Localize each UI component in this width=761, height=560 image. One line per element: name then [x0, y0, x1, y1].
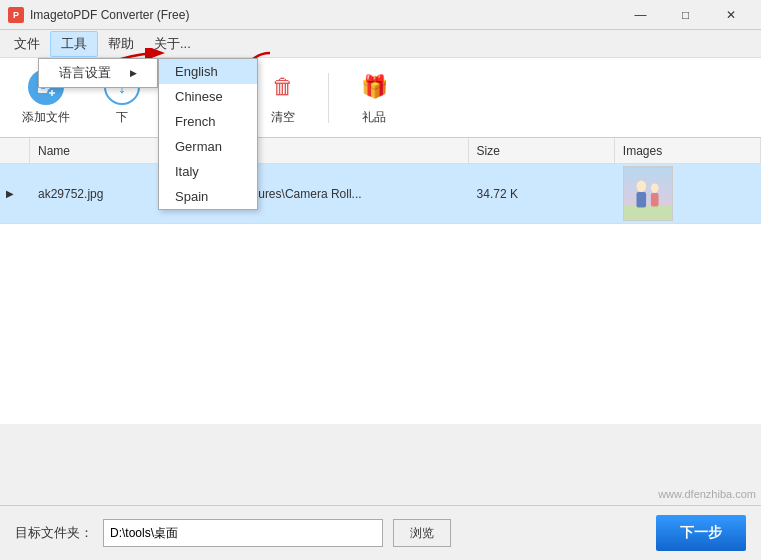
- table-row[interactable]: ▶ ak29752.jpg \Users\pc\Pictures\Camera …: [0, 164, 761, 224]
- svg-point-9: [636, 181, 646, 193]
- window-controls: — □ ✕: [618, 0, 753, 30]
- col-size: Size: [469, 138, 615, 163]
- file-list-header: Name Path Size Images: [0, 138, 761, 164]
- minimize-button[interactable]: —: [618, 0, 663, 30]
- clear-button[interactable]: 🗑 清空: [253, 63, 313, 132]
- app-icon: P: [8, 7, 24, 23]
- col-check: [0, 138, 30, 163]
- tools-submenu: 语言设置: [38, 58, 158, 88]
- menu-tools[interactable]: 工具: [50, 31, 98, 57]
- clear-label: 清空: [271, 109, 295, 126]
- file-thumb-cell: [615, 166, 761, 221]
- svg-rect-10: [636, 192, 646, 207]
- dest-label: 目标文件夹：: [15, 524, 93, 542]
- watermark: www.dfenzhiba.com: [658, 488, 756, 500]
- language-submenu: English Chinese French German Italy Spai…: [158, 58, 258, 210]
- title-bar: P ImagetoPDF Converter (Free) — □ ✕: [0, 0, 761, 30]
- svg-rect-12: [651, 193, 659, 206]
- dest-input[interactable]: [103, 519, 383, 547]
- empty-area: [0, 224, 761, 424]
- close-button[interactable]: ✕: [708, 0, 753, 30]
- lang-italy[interactable]: Italy: [159, 159, 257, 184]
- file-thumbnail: [623, 166, 673, 221]
- col-images: Images: [615, 138, 761, 163]
- menu-bar: 文件 工具 帮助 关于... 语言设置 English Chinese Fren…: [0, 30, 761, 58]
- clear-icon: 🗑: [265, 69, 301, 105]
- language-submenu-box: English Chinese French German Italy Spai…: [158, 58, 258, 210]
- lang-chinese[interactable]: Chinese: [159, 84, 257, 109]
- tools-submenu-box: 语言设置: [38, 58, 158, 88]
- file-name: ak29752.jpg: [30, 187, 176, 201]
- next-button[interactable]: 下一步: [656, 515, 746, 551]
- maximize-button[interactable]: □: [663, 0, 708, 30]
- file-size: 34.72 K: [469, 187, 615, 201]
- lang-spain[interactable]: Spain: [159, 184, 257, 209]
- gift-icon: 🎁: [356, 69, 392, 105]
- lang-french[interactable]: French: [159, 109, 257, 134]
- browse-button[interactable]: 浏览: [393, 519, 451, 547]
- bottom-bar: 目标文件夹： 浏览 下一步: [0, 505, 761, 560]
- gift-button[interactable]: 🎁 礼品: [344, 63, 404, 132]
- menu-help[interactable]: 帮助: [98, 32, 144, 56]
- svg-point-11: [651, 183, 659, 193]
- file-list: Name Path Size Images ▶ ak29752.jpg \Use…: [0, 138, 761, 224]
- lang-german[interactable]: German: [159, 134, 257, 159]
- add-file-label: 添加文件: [22, 109, 70, 126]
- lang-settings-item[interactable]: 语言设置: [39, 59, 157, 87]
- gift-label: 礼品: [362, 109, 386, 126]
- down-label: 下: [116, 109, 128, 126]
- col-name: Name: [30, 138, 176, 163]
- app-title: ImagetoPDF Converter (Free): [30, 8, 618, 22]
- svg-rect-8: [624, 206, 672, 220]
- menu-file[interactable]: 文件: [4, 32, 50, 56]
- toolbar-divider-2: [328, 73, 329, 123]
- menu-about[interactable]: 关于...: [144, 32, 201, 56]
- row-expand: ▶: [0, 188, 30, 199]
- lang-english[interactable]: English: [159, 59, 257, 84]
